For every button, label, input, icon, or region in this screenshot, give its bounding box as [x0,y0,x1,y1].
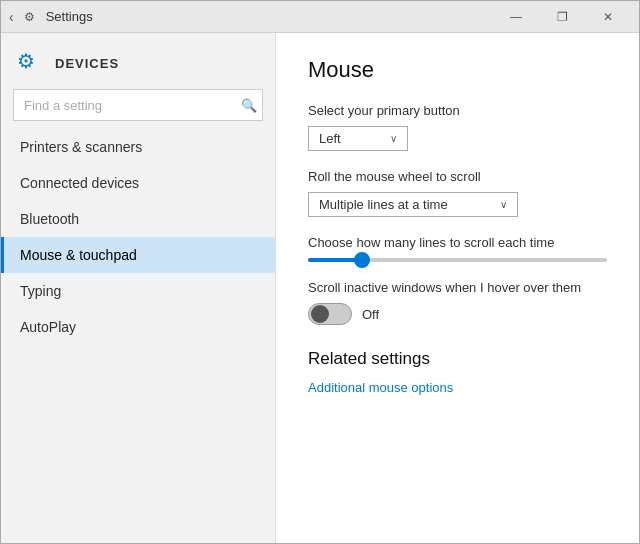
titlebar: ‹ ⚙ Settings — ❐ ✕ [1,1,639,33]
additional-mouse-options-link[interactable]: Additional mouse options [308,380,453,395]
window-title: Settings [46,9,493,24]
lines-label: Choose how many lines to scroll each tim… [308,235,607,250]
chevron-down-icon: ∨ [500,199,507,210]
minimize-button[interactable]: — [493,1,539,33]
primary-button-value: Left [319,131,341,146]
scroll-dropdown[interactable]: Multiple lines at a time ∨ [308,192,518,217]
scroll-value: Multiple lines at a time [319,197,448,212]
slider-thumb[interactable] [354,252,370,268]
content-area: Mouse Select your primary button Left ∨ … [276,33,639,544]
primary-button-dropdown[interactable]: Left ∨ [308,126,408,151]
slider-track [308,258,607,262]
sidebar: ⚙ DEVICES 🔍 Printers & scanners Connecte… [1,33,276,544]
sidebar-title: DEVICES [55,56,119,71]
sidebar-item-printers[interactable]: Printers & scanners [1,129,275,165]
back-button[interactable]: ‹ [9,9,14,25]
sidebar-item-autoplay[interactable]: AutoPlay [1,309,275,345]
inactive-scroll-toggle[interactable] [308,303,352,325]
close-button[interactable]: ✕ [585,1,631,33]
sidebar-item-typing[interactable]: Typing [1,273,275,309]
sidebar-item-bluetooth[interactable]: Bluetooth [1,201,275,237]
related-settings-title: Related settings [308,349,607,369]
sidebar-item-mouse[interactable]: Mouse & touchpad [1,237,275,273]
sidebar-header: ⚙ DEVICES [1,33,275,89]
sidebar-nav: Printers & scanners Connected devices Bl… [1,129,275,345]
sidebar-item-connected[interactable]: Connected devices [1,165,275,201]
gear-icon: ⚙ [17,49,45,77]
search-input[interactable] [13,89,263,121]
chevron-down-icon: ∨ [390,133,397,144]
page-title: Mouse [308,57,607,83]
toggle-state-label: Off [362,307,379,322]
maximize-button[interactable]: ❐ [539,1,585,33]
inactive-scroll-label: Scroll inactive windows when I hover ove… [308,280,607,295]
search-icon[interactable]: 🔍 [241,98,257,113]
search-container: 🔍 [13,89,263,121]
app-layout: ⚙ DEVICES 🔍 Printers & scanners Connecte… [1,33,639,544]
settings-icon: ⚙ [22,9,38,25]
toggle-knob [311,305,329,323]
scroll-label: Roll the mouse wheel to scroll [308,169,607,184]
primary-button-label: Select your primary button [308,103,607,118]
window-controls: — ❐ ✕ [493,1,631,33]
scroll-lines-slider[interactable] [308,258,607,262]
inactive-scroll-row: Off [308,303,607,325]
